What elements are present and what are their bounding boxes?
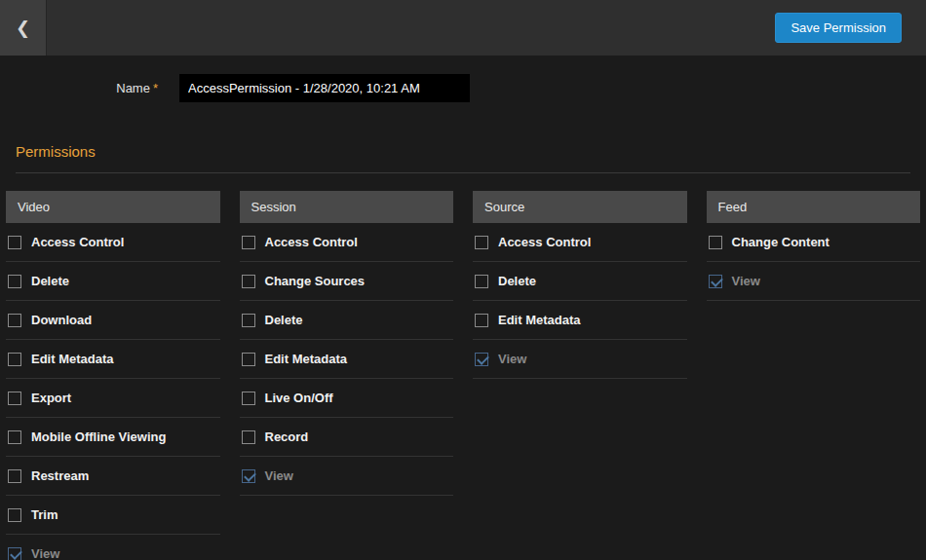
checkbox-icon[interactable]	[8, 275, 21, 288]
checkbox-icon[interactable]	[709, 236, 722, 249]
checkbox-icon[interactable]	[8, 353, 21, 366]
permission-item[interactable]: Delete	[6, 262, 220, 301]
permission-item[interactable]: Export	[6, 379, 220, 418]
permission-item-label: Access Control	[498, 235, 591, 249]
permission-item[interactable]: Access Control	[6, 223, 220, 262]
checkbox-icon[interactable]	[242, 314, 255, 327]
permission-item-label: Live On/Off	[265, 391, 333, 405]
checkbox-icon[interactable]	[475, 236, 488, 249]
permission-column-title: Session	[240, 191, 454, 223]
checkbox-icon[interactable]	[475, 314, 488, 327]
permission-item[interactable]: Trim	[6, 496, 220, 535]
permission-item[interactable]: Edit Metadata	[473, 301, 687, 340]
permission-column: Source Access Control Delete Edit Metada…	[473, 191, 687, 560]
name-input[interactable]	[179, 74, 470, 102]
required-asterisk: *	[153, 81, 158, 95]
permission-item-label: View	[31, 546, 59, 560]
checkbox-icon[interactable]	[8, 430, 21, 444]
checkbox-icon[interactable]	[242, 353, 255, 366]
name-label-text: Name	[116, 81, 150, 95]
permission-item[interactable]: Change Content	[707, 223, 921, 262]
permission-item[interactable]: Access Control	[473, 223, 687, 262]
permission-item: View	[707, 262, 921, 301]
permission-column: Feed Change Content View	[707, 191, 921, 560]
permission-item-label: Change Content	[732, 235, 830, 249]
permission-item: View	[473, 340, 687, 379]
checkbox-icon[interactable]	[8, 236, 21, 249]
permission-column-title: Source	[473, 191, 687, 223]
name-label: Name*	[0, 81, 158, 95]
permission-item[interactable]: Change Sources	[240, 262, 454, 301]
permission-editor: ❮ Save Permission Name* Permissions Vide…	[0, 0, 926, 560]
permission-item-label: View	[498, 352, 526, 366]
save-permission-button[interactable]: Save Permission	[775, 13, 902, 43]
permission-item-label: Edit Metadata	[31, 352, 114, 366]
permission-item[interactable]: Delete	[240, 301, 454, 340]
checkbox-icon	[8, 547, 21, 560]
permission-item-label: Change Sources	[265, 274, 366, 288]
permission-item-label: Access Control	[31, 235, 124, 249]
permission-item-label: Mobile Offline Viewing	[31, 429, 166, 444]
checkbox-icon[interactable]	[475, 275, 488, 288]
permission-column-title: Video	[6, 191, 220, 223]
permission-item-label: Access Control	[265, 235, 358, 249]
permission-item-label: Export	[31, 391, 71, 405]
permission-item-list: Change Content View	[707, 223, 921, 301]
checkbox-icon[interactable]	[8, 314, 21, 327]
permission-item-label: Restream	[31, 468, 89, 483]
checkbox-icon	[709, 275, 722, 288]
checkbox-icon[interactable]	[242, 275, 255, 288]
permission-item: View	[240, 457, 454, 496]
checkbox-icon	[242, 469, 255, 483]
permission-column-title: Feed	[707, 191, 921, 223]
back-icon: ❮	[16, 19, 30, 37]
top-bar: ❮ Save Permission	[0, 0, 926, 56]
permission-item[interactable]: Restream	[6, 457, 220, 496]
checkbox-icon[interactable]	[242, 430, 255, 444]
name-field-row: Name*	[0, 74, 926, 102]
permission-item[interactable]: Edit Metadata	[240, 340, 454, 379]
permission-item-label: Edit Metadata	[265, 352, 348, 366]
permission-item[interactable]: Record	[240, 418, 454, 457]
permission-item: View	[6, 535, 220, 560]
permission-item[interactable]: Live On/Off	[240, 379, 454, 418]
permission-item-label: Trim	[31, 507, 58, 522]
checkbox-icon[interactable]	[242, 236, 255, 249]
permission-item[interactable]: Access Control	[240, 223, 454, 262]
permission-columns: Video Access Control Delete Download Edi…	[0, 173, 926, 560]
back-button[interactable]: ❮	[0, 0, 47, 56]
permission-item-label: Delete	[31, 274, 69, 288]
permission-item[interactable]: Download	[6, 301, 220, 340]
permission-item[interactable]: Mobile Offline Viewing	[6, 418, 220, 457]
permission-item-list: Access Control Change Sources Delete Edi…	[240, 223, 454, 496]
checkbox-icon[interactable]	[8, 392, 21, 405]
permission-item-list: Access Control Delete Edit Metadata View	[473, 223, 687, 379]
permission-column: Session Access Control Change Sources De…	[240, 191, 454, 560]
permission-item[interactable]: Edit Metadata	[6, 340, 220, 379]
permission-item-label: View	[732, 274, 760, 288]
permission-item-label: Edit Metadata	[498, 313, 581, 327]
permission-column: Video Access Control Delete Download Edi…	[6, 191, 220, 560]
checkbox-icon	[475, 353, 488, 366]
checkbox-icon[interactable]	[8, 469, 21, 483]
permission-item-list: Access Control Delete Download Edit Meta…	[6, 223, 220, 560]
permission-item-label: Delete	[498, 274, 536, 288]
permission-item[interactable]: Delete	[473, 262, 687, 301]
permission-item-label: Delete	[265, 313, 303, 327]
permission-item-label: Record	[265, 429, 309, 444]
permissions-section-title: Permissions	[16, 143, 910, 173]
permission-item-label: View	[265, 468, 293, 483]
checkbox-icon[interactable]	[8, 508, 21, 522]
permission-item-label: Download	[31, 313, 92, 327]
checkbox-icon[interactable]	[242, 392, 255, 405]
